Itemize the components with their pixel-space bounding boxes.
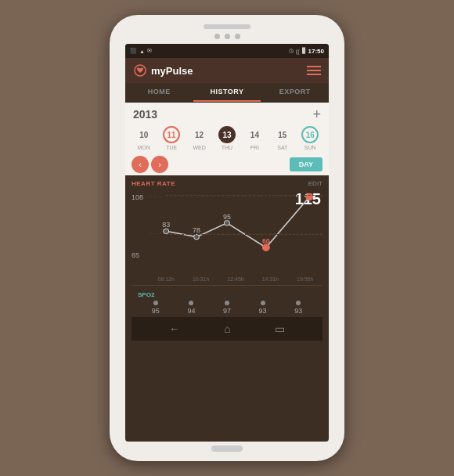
- day-label-mon: MON: [138, 145, 150, 150]
- tab-history[interactable]: HISTORY: [193, 83, 261, 102]
- tab-export[interactable]: EXPORT: [261, 83, 329, 102]
- day-num-13: 13: [218, 126, 236, 143]
- day-num-15: 15: [274, 126, 291, 143]
- svg-text:95: 95: [223, 213, 231, 221]
- wifi2-icon: ((: [296, 49, 300, 54]
- phone-screen: ⬛ ▲ ✉ ◷ (( ▊ 17:50 myPulse: [125, 44, 329, 442]
- spo2-val-4: 93: [259, 307, 267, 315]
- sensor-dot: [225, 34, 230, 39]
- day-label-wed: WED: [193, 145, 205, 150]
- heart-icon: [133, 63, 147, 78]
- day-label-sat: SAT: [277, 145, 287, 150]
- day-fri[interactable]: 14 FRI: [246, 126, 263, 150]
- menu-icon[interactable]: [307, 66, 321, 75]
- svg-text:83: 83: [162, 221, 170, 229]
- day-label-sun: SUN: [304, 145, 316, 150]
- app-name: myPulse: [151, 65, 193, 77]
- phone-frame: ⬛ ▲ ✉ ◷ (( ▊ 17:50 myPulse: [110, 15, 344, 461]
- spo2-label: SPO2: [138, 291, 316, 298]
- chart-header: HEART RATE EDIT: [132, 180, 322, 187]
- svg-text:78: 78: [193, 227, 200, 235]
- day-num-16: 16: [301, 126, 319, 143]
- status-bar: ⬛ ▲ ✉ ◷ (( ▊ 17:50: [125, 44, 329, 58]
- day-num-14: 14: [246, 126, 263, 143]
- spo2-val-1: 95: [152, 307, 160, 315]
- signal2-icon: ▊: [302, 48, 306, 54]
- back-button[interactable]: ←: [169, 323, 180, 335]
- signal-icon: ⬛: [130, 48, 137, 54]
- day-label-fri: FRI: [250, 145, 259, 150]
- edit-button[interactable]: EDIT: [308, 180, 322, 187]
- wifi-icon: ▲: [139, 49, 145, 54]
- app-logo: myPulse: [133, 63, 193, 78]
- day-num-11: 11: [163, 126, 180, 143]
- chart-times: 08:12h 10:31h 12:45h 14:31h 19:56h: [132, 276, 322, 282]
- chart-title: HEART RATE: [132, 180, 175, 187]
- mail-icon: ✉: [147, 48, 152, 54]
- menu-line-2: [307, 70, 321, 71]
- chart-svg-wrapper: 83 78 95 60: [149, 189, 322, 262]
- day-mon[interactable]: 10 MON: [135, 126, 153, 150]
- spo2-values: 95 94 97 93 93: [138, 307, 316, 315]
- day-num-10: 10: [135, 126, 153, 143]
- spo2-section: SPO2 95 94 97 93 93: [132, 289, 322, 317]
- tab-home[interactable]: HOME: [125, 83, 193, 102]
- chart-container: HEART RATE EDIT 115 108 65: [125, 175, 329, 442]
- svg-point-9: [262, 244, 269, 251]
- max-value: 108: [132, 193, 143, 201]
- chart-area: 115 108 65: [132, 189, 322, 275]
- camera-dot: [214, 34, 220, 39]
- ref-line-top: [166, 195, 322, 196]
- day-thu[interactable]: 13 THU: [218, 126, 236, 150]
- day-num-12: 12: [191, 126, 208, 143]
- next-arrow[interactable]: ›: [151, 156, 168, 173]
- calendar-days: 10 MON 11 TUE 12 WED 13 THU 14 FRI: [125, 124, 329, 153]
- spo2-val-5: 93: [294, 307, 302, 315]
- speaker-dot: [235, 34, 240, 39]
- spo2-dot-2: [189, 301, 193, 305]
- day-wed[interactable]: 12 WED: [191, 126, 208, 150]
- status-left-icons: ⬛ ▲ ✉: [130, 48, 152, 54]
- status-right: ◷ (( ▊ 17:50: [289, 48, 324, 55]
- min-value: 65: [132, 251, 139, 259]
- spo2-dot-3: [225, 301, 229, 305]
- phone-speaker: [204, 24, 250, 29]
- time-1: 08:12h: [157, 276, 174, 282]
- svg-point-3: [164, 229, 169, 233]
- day-tue[interactable]: 11 TUE: [163, 126, 180, 150]
- time-5: 19:56h: [297, 276, 313, 282]
- time-2: 10:31h: [193, 276, 209, 282]
- heart-rate-chart: 83 78 95 60: [149, 189, 322, 262]
- svg-point-5: [194, 234, 200, 239]
- add-icon[interactable]: +: [312, 107, 321, 121]
- menu-line-3: [307, 74, 321, 75]
- spo2-val-2: 94: [187, 307, 195, 315]
- year-label: 2013: [133, 108, 157, 121]
- spo2-dot-5: [296, 301, 301, 305]
- alarm-icon: ◷: [289, 48, 294, 54]
- time-4: 14:31h: [262, 276, 279, 282]
- svg-text:60: 60: [262, 237, 270, 245]
- top-bar: myPulse: [125, 58, 329, 83]
- home-button[interactable]: ⌂: [224, 323, 230, 335]
- status-time: 17:50: [308, 48, 324, 55]
- prev-arrow[interactable]: ‹: [132, 156, 149, 173]
- time-3: 12:45h: [227, 276, 243, 282]
- year-row: 2013 +: [125, 103, 329, 124]
- nav-arrows: ‹ ›: [132, 156, 168, 173]
- content-area: 2013 + 10 MON 11 TUE 12 WED 13: [125, 103, 329, 442]
- day-sat[interactable]: 15 SAT: [274, 126, 291, 150]
- spo2-dot-1: [153, 301, 158, 305]
- nav-tabs: HOME HISTORY EXPORT: [125, 83, 329, 103]
- chart-divider: [132, 285, 322, 286]
- day-sun[interactable]: 16 SUN: [301, 126, 319, 150]
- spo2-val-3: 97: [223, 307, 231, 315]
- phone-home-button[interactable]: [211, 445, 243, 452]
- day-button[interactable]: DAY: [290, 157, 322, 171]
- recent-button[interactable]: ▭: [275, 323, 285, 335]
- nav-row: ‹ › DAY: [125, 153, 329, 175]
- svg-point-7: [225, 221, 230, 225]
- spo2-dot-4: [261, 301, 265, 305]
- bottom-nav: ← ⌂ ▭: [132, 317, 322, 341]
- menu-line-1: [307, 66, 321, 67]
